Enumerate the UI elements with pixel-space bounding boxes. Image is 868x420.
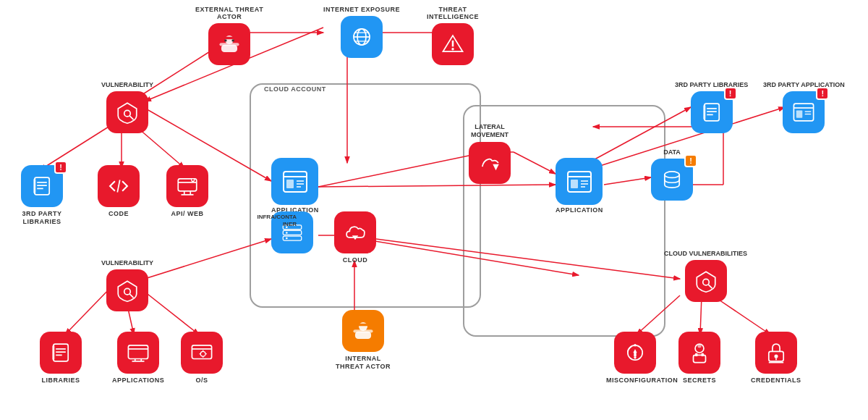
svg-line-52 — [117, 180, 119, 193]
svg-point-95 — [702, 279, 709, 285]
applications-bottom-label: APPLICATIONS — [112, 377, 164, 385]
libraries-bottom-icon — [40, 332, 82, 374]
svg-rect-99 — [634, 353, 636, 356]
data-icon: ! — [651, 159, 693, 201]
api-web-icon — [166, 165, 208, 207]
application-right-icon — [556, 158, 603, 205]
misconfiguration-node: MISCONFIGURATION — [606, 332, 664, 385]
lateral-movement-icon — [469, 142, 511, 184]
lateral-movement-node: LATERALMOVEMENT — [469, 123, 511, 184]
credentials-icon — [755, 332, 797, 374]
svg-rect-33 — [219, 43, 239, 46]
threat-intelligence-icon — [432, 23, 474, 65]
data-label: DATA — [663, 148, 681, 156]
data-node: DATA ! — [651, 148, 693, 201]
internet-exposure-node: INTERNET EXPOSURE — [323, 6, 400, 58]
svg-point-100 — [634, 356, 636, 358]
os-bottom-node: O/S — [181, 332, 223, 385]
svg-rect-105 — [697, 344, 701, 348]
third-party-lib-left-node: ! 3RD PARTY LIBRARIES — [13, 165, 71, 226]
infra-container-label: INFRA/CONTAINER — [257, 214, 297, 227]
applications-bottom-node: APPLICATIONS — [112, 332, 164, 385]
svg-point-59 — [192, 179, 194, 181]
diagram: CLOUD ACCOUNT — [0, 0, 868, 420]
internet-exposure-icon — [341, 16, 383, 58]
cloud-node: CLOUD — [334, 211, 376, 264]
misconfiguration-label: MISCONFIGURATION — [606, 377, 664, 385]
third-party-app-label: 3RD PARTY APPLICATION — [763, 81, 845, 88]
alert-badge-lib-left: ! — [54, 161, 67, 174]
libraries-bottom-label: LIBRARIES — [41, 377, 80, 385]
vulnerability-top-icon — [106, 91, 148, 133]
svg-rect-117 — [129, 345, 148, 359]
svg-rect-89 — [703, 105, 705, 119]
alert-badge-app-right: ! — [816, 87, 829, 100]
svg-line-111 — [129, 294, 133, 298]
svg-rect-75 — [353, 329, 373, 332]
alert-badge-lib-right: ! — [724, 87, 737, 100]
svg-point-36 — [231, 39, 234, 41]
external-threat-actor-node: EXTERNAL THREATACTOR — [195, 6, 263, 65]
cloud-label: CLOUD — [343, 256, 368, 264]
svg-point-124 — [200, 351, 205, 356]
vulnerability-bottom-node: VULNERABILITY — [101, 259, 153, 311]
svg-rect-34 — [224, 37, 234, 39]
svg-rect-76 — [358, 324, 368, 326]
svg-point-110 — [124, 288, 131, 295]
application-left-icon — [271, 158, 318, 205]
secrets-label: SECRETS — [683, 377, 716, 385]
svg-marker-77 — [493, 164, 499, 170]
svg-point-84 — [665, 172, 679, 178]
svg-rect-92 — [796, 110, 803, 117]
third-party-lib-right-icon: ! — [691, 91, 733, 133]
svg-rect-116 — [52, 345, 54, 360]
code-label: CODE — [109, 210, 129, 218]
vulnerability-top-node: VULNERABILITY — [101, 81, 153, 133]
api-web-node: API/ WEB — [166, 165, 208, 218]
svg-point-44 — [451, 48, 454, 50]
svg-rect-104 — [702, 353, 704, 356]
svg-point-35 — [224, 39, 226, 41]
code-icon — [98, 165, 140, 207]
third-party-lib-right-label: 3RD PARTY LIBRARIES — [675, 81, 748, 88]
threat-intelligence-node: THREATINTELLIGENCE — [427, 6, 479, 65]
secrets-icon — [678, 332, 720, 374]
svg-rect-103 — [695, 353, 697, 356]
third-party-lib-right-node: 3RD PARTY LIBRARIES ! — [675, 81, 748, 133]
applications-bottom-icon — [117, 332, 159, 374]
cloud-icon — [334, 211, 376, 253]
alert-badge-data: ! — [684, 154, 697, 167]
svg-marker-98 — [633, 349, 637, 353]
third-party-app-node: 3RD PARTY APPLICATION ! — [763, 81, 845, 133]
cloud-vulnerabilities-label: CLOUD VULNERABILITIES — [664, 250, 747, 257]
third-party-lib-left-icon: ! — [21, 165, 63, 207]
application-right-label: APPLICATION — [556, 206, 603, 214]
svg-line-96 — [708, 285, 712, 288]
svg-rect-62 — [286, 180, 294, 188]
svg-point-107 — [774, 355, 778, 358]
cloud-vulnerabilities-node: CLOUD VULNERABILITIES — [664, 250, 747, 302]
svg-rect-80 — [571, 180, 578, 188]
os-bottom-label: O/S — [195, 377, 208, 385]
svg-line-46 — [129, 116, 133, 119]
vulnerability-bottom-label: VULNERABILITY — [101, 259, 153, 266]
internal-threat-actor-label: INTERNAL THREAT ACTOR — [334, 355, 392, 371]
svg-point-70 — [286, 232, 288, 234]
cloud-account-label: CLOUD ACCOUNT — [264, 85, 326, 93]
internal-threat-actor-node: INTERNAL THREAT ACTOR — [334, 310, 392, 371]
third-party-lib-left-label: 3RD PARTY LIBRARIES — [13, 210, 71, 226]
cloud-vulnerabilities-icon — [685, 260, 727, 302]
vulnerability-top-label: VULNERABILITY — [101, 81, 153, 88]
lateral-movement-label: LATERALMOVEMENT — [471, 123, 509, 139]
svg-rect-51 — [33, 179, 35, 193]
internal-threat-actor-icon — [342, 310, 384, 352]
credentials-node: CREDENTIALS — [751, 332, 801, 385]
code-node: CODE — [98, 165, 140, 218]
application-left-node: APPLICATION — [271, 158, 319, 214]
internet-exposure-label: INTERNET EXPOSURE — [323, 6, 400, 13]
application-right-node: APPLICATION — [556, 158, 603, 214]
api-web-label: API/ WEB — [171, 210, 203, 218]
libraries-bottom-node: LIBRARIES — [40, 332, 82, 385]
misconfiguration-icon — [614, 332, 656, 374]
svg-rect-102 — [694, 355, 706, 362]
